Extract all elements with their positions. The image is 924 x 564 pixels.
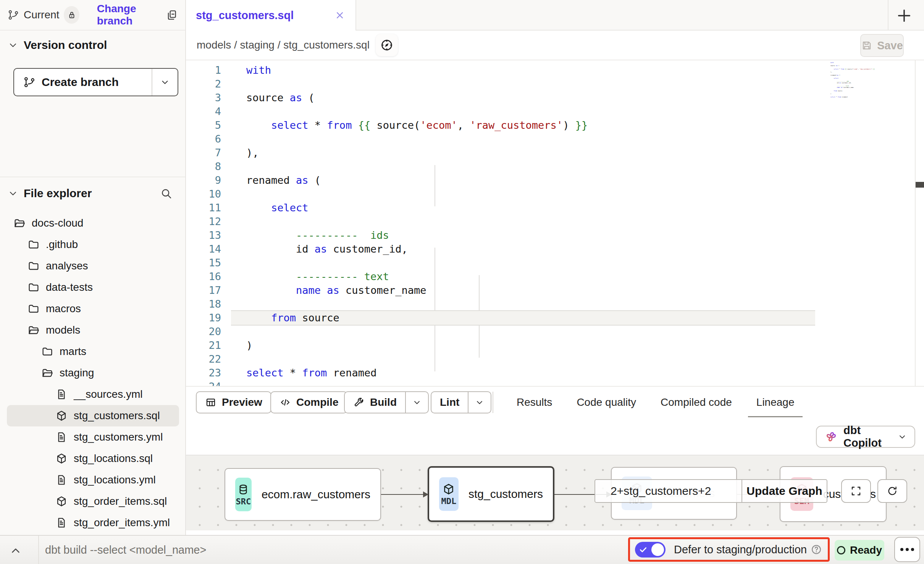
- folder-icon: [27, 260, 40, 272]
- file-item-stg-order-items-yml[interactable]: stg_order_items.yml: [0, 512, 185, 533]
- close-icon[interactable]: [334, 10, 346, 21]
- preview-button[interactable]: Preview: [196, 391, 271, 413]
- tab-stg-customers-sql[interactable]: stg_customers.sql: [186, 0, 356, 31]
- dbt-copilot-button[interactable]: dbt Copilot: [816, 426, 915, 448]
- fullscreen-button[interactable]: [841, 479, 871, 503]
- folder-icon: [27, 281, 40, 293]
- save-button[interactable]: Save: [860, 34, 904, 57]
- defer-toggle[interactable]: [635, 542, 666, 558]
- search-icon[interactable]: [160, 187, 172, 199]
- change-branch-link[interactable]: Change branch: [97, 3, 165, 27]
- tab-compiled-code[interactable]: Compiled code: [661, 387, 732, 418]
- file-item-label: analyses: [46, 260, 88, 272]
- compile-label: Compile: [296, 396, 338, 408]
- file-item-label: stg_order_items.sql: [74, 495, 167, 507]
- file-item-label: __sources.yml: [74, 388, 143, 400]
- cube-icon: [55, 410, 68, 422]
- file-item--github[interactable]: .github: [0, 234, 185, 255]
- main-area: stg_customers.sql models / staging / stg…: [186, 0, 924, 535]
- line-number: 7: [186, 146, 231, 160]
- preview-label: Preview: [222, 396, 262, 408]
- file-item-stg-locations-sql[interactable]: stg_locations.sql: [0, 448, 185, 469]
- line-content: [231, 105, 246, 118]
- line-number: 17: [186, 284, 231, 297]
- code-line-21: 21): [186, 339, 924, 352]
- version-control-header[interactable]: Version control: [0, 34, 185, 57]
- file-item-stg-customers-sql[interactable]: stg_customers.sql: [7, 405, 179, 426]
- copy-branch-icon[interactable]: [165, 9, 178, 21]
- code-line-13: 13 ---------- ids: [186, 229, 924, 242]
- line-content: ---------- ids: [231, 229, 389, 242]
- lineage-node-stg-customers[interactable]: MDL stg_customers: [428, 466, 554, 522]
- compile-button[interactable]: Compile: [270, 391, 347, 413]
- scrollbar-thumb[interactable]: [916, 182, 924, 188]
- tab-results[interactable]: Results: [517, 387, 552, 418]
- file-item-analyses[interactable]: analyses: [0, 255, 185, 277]
- doc-icon: [55, 517, 68, 529]
- copilot-compass-button[interactable]: [376, 34, 398, 56]
- file-item-stg-locations-yml[interactable]: stg_locations.yml: [0, 469, 185, 491]
- lineage-canvas[interactable]: SRC ecom.raw_customers MDL stg_customers…: [186, 455, 924, 530]
- file-item-data-tests[interactable]: data-tests: [0, 277, 185, 298]
- file-item-stg-customers-yml[interactable]: stg_customers.yml: [0, 426, 185, 448]
- create-branch-button[interactable]: Create branch: [13, 68, 178, 96]
- code-line-3: 3source as (: [186, 91, 924, 105]
- compass-icon: [380, 38, 394, 52]
- code-line-14: 14 id as customer_id,: [186, 242, 924, 256]
- file-explorer-title: File explorer: [24, 187, 92, 200]
- refresh-button[interactable]: [877, 479, 907, 503]
- line-content: with: [231, 63, 271, 77]
- file-item-label: marts: [60, 345, 86, 358]
- build-button[interactable]: Build: [344, 391, 429, 413]
- node-label: stg_customers: [468, 488, 543, 501]
- minimap[interactable]: with source as ( select * from {{ source…: [830, 62, 879, 104]
- lineage-edge: [381, 494, 428, 495]
- file-explorer-header[interactable]: File explorer: [0, 182, 185, 205]
- line-content: renamed as (: [231, 173, 321, 187]
- line-content: [231, 256, 246, 270]
- status-ready-badge[interactable]: Ready: [835, 540, 884, 561]
- lint-button[interactable]: Lint: [431, 391, 491, 413]
- line-content: [231, 297, 246, 311]
- file-item-models[interactable]: models: [0, 319, 185, 341]
- line-content: from source: [231, 310, 815, 326]
- file-item-label: macros: [46, 303, 81, 315]
- command-input[interactable]: dbt build --select <model_name>: [45, 536, 206, 564]
- sidebar: Current Change branch Version control Cr…: [0, 0, 186, 535]
- new-tab-button[interactable]: [895, 7, 913, 24]
- lint-label: Lint: [440, 396, 459, 408]
- line-number: 14: [186, 242, 231, 256]
- file-item-marts[interactable]: marts: [0, 341, 185, 362]
- create-branch-dropdown[interactable]: [152, 69, 178, 96]
- help-icon[interactable]: [811, 544, 822, 555]
- file-item-macros[interactable]: macros: [0, 298, 185, 319]
- lock-icon: [67, 10, 76, 19]
- file-item-staging[interactable]: staging: [0, 362, 185, 384]
- branch-icon: [8, 9, 19, 21]
- refresh-icon: [886, 485, 898, 497]
- check-icon: [639, 545, 648, 554]
- file-item--sources-yml[interactable]: __sources.yml: [0, 384, 185, 405]
- collapse-panel-button[interactable]: [9, 544, 22, 557]
- divider: [888, 0, 888, 30]
- file-item-stg-order-items-sql[interactable]: stg_order_items.sql: [0, 491, 185, 512]
- badge-label: SRC: [236, 497, 251, 506]
- more-options-button[interactable]: [894, 537, 920, 562]
- graph-selector-bar: 2+stg_customers+2 Update Graph: [594, 479, 827, 503]
- version-control-title: Version control: [24, 39, 107, 52]
- tab-code-quality[interactable]: Code quality: [577, 387, 636, 418]
- lint-dropdown[interactable]: [468, 392, 491, 413]
- file-item-docs-cloud[interactable]: docs-cloud: [0, 212, 185, 234]
- code-editor[interactable]: 1with23source as (45 select * from {{ so…: [186, 60, 924, 386]
- line-number: 2: [186, 77, 231, 91]
- file-item-label: docs-cloud: [32, 217, 83, 229]
- node-label: ecom.raw_customers: [262, 488, 370, 501]
- update-graph-button[interactable]: Update Graph: [742, 480, 827, 502]
- build-dropdown[interactable]: [406, 392, 428, 413]
- code-line-9: 9renamed as (: [186, 173, 924, 187]
- scrollbar-track: [915, 60, 916, 386]
- tab-lineage[interactable]: Lineage: [756, 387, 795, 418]
- line-content: [231, 160, 246, 173]
- lineage-node-source[interactable]: SRC ecom.raw_customers: [225, 468, 381, 521]
- graph-selector-input[interactable]: 2+stg_customers+2: [595, 480, 741, 502]
